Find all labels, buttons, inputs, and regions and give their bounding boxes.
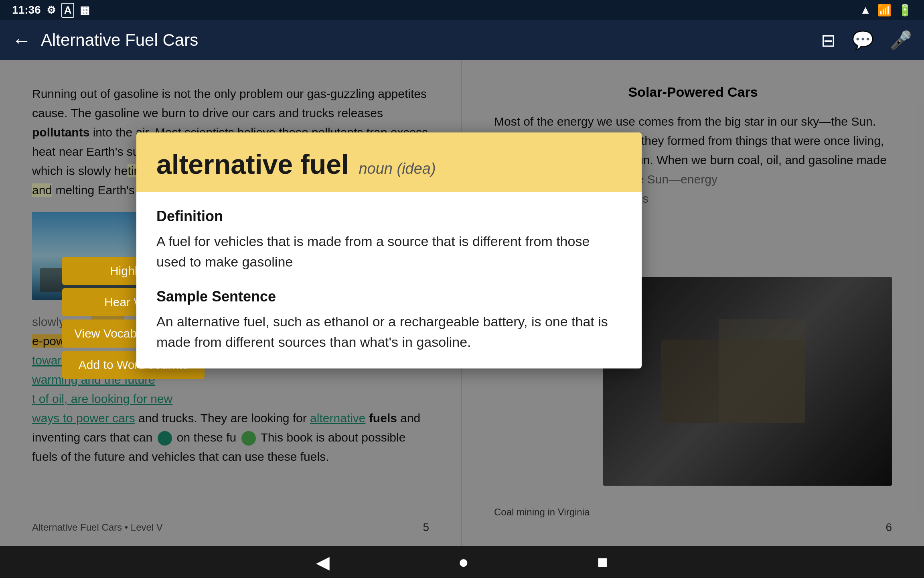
vocab-word: alternative fuel [156, 149, 349, 179]
bottom-nav: ◀ ● ■ [0, 546, 924, 578]
home-nav-icon[interactable]: ● [458, 552, 469, 572]
battery-icon: 🔋 [898, 4, 912, 17]
vocab-definition: A fuel for vehicles that is made from a … [156, 231, 622, 272]
recent-apps-icon[interactable]: ■ [597, 552, 608, 572]
wifi-icon: ▲ [860, 4, 871, 16]
chat-icon[interactable]: 💬 [852, 30, 874, 51]
nav-actions: ⊟ 💬 🎤 [821, 30, 912, 51]
sample-label: Sample Sentence [156, 288, 622, 305]
mic-icon[interactable]: 🎤 [890, 30, 912, 51]
vocab-sample: An alternative fuel, such as ethanol or … [156, 311, 622, 352]
vocab-card-header: alternative fuel noun (idea) [136, 132, 642, 192]
status-bar: 11:36 ⚙ A ▦ ▲ 📶 🔋 [0, 0, 924, 20]
main-content: Running out of gasoline is not the only … [0, 60, 924, 546]
back-nav-icon[interactable]: ◀ [316, 552, 330, 572]
nav-bar: ← Alternative Fuel Cars ⊟ 💬 🎤 [0, 20, 924, 60]
time-display: 11:36 [12, 4, 41, 16]
status-right: ▲ 📶 🔋 [860, 4, 912, 17]
page-title: Alternative Fuel Cars [41, 31, 811, 50]
sim-icon: ▦ [80, 4, 90, 16]
grid-view-icon[interactable]: ⊟ [821, 30, 836, 51]
vocab-part-of-speech: noun (idea) [359, 160, 436, 177]
status-left: 11:36 ⚙ A ▦ [12, 3, 90, 18]
signal-icon: 📶 [877, 4, 892, 17]
settings-icon: ⚙ [47, 4, 56, 16]
a-icon: A [61, 3, 75, 18]
back-button[interactable]: ← [12, 29, 31, 51]
vocab-card: alternative fuel noun (idea) Definition … [136, 132, 642, 368]
definition-label: Definition [156, 208, 622, 225]
vocab-card-body: Definition A fuel for vehicles that is m… [136, 192, 642, 368]
